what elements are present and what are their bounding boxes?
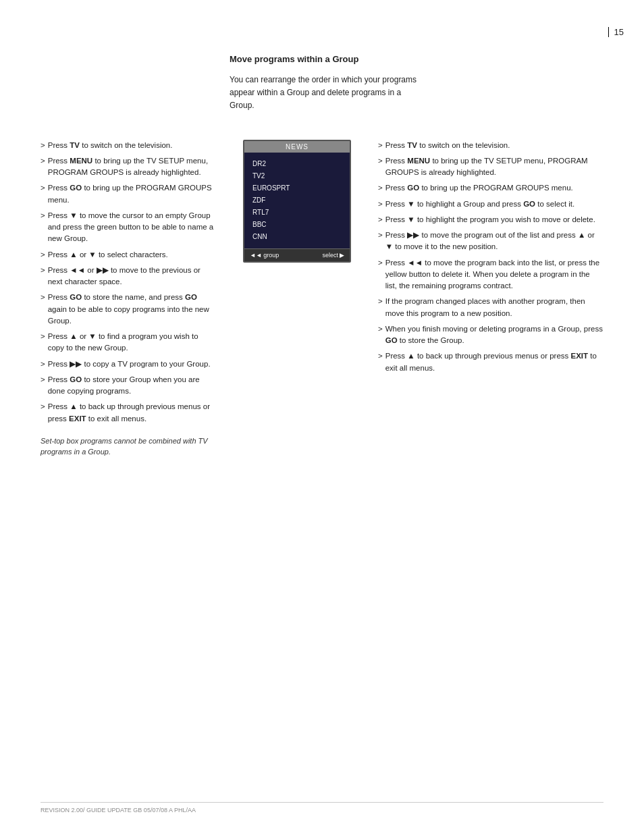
list-item: > Press GO to bring up the PROGRAM GROUP… — [378, 182, 603, 194]
center-column: NEWS DR2TV2EUROSPRTZDFRTL7BBCCNN ◄◄ grou… — [230, 140, 365, 458]
list-arrow: > — [378, 257, 383, 292]
list-arrow: > — [378, 140, 383, 151]
section-title: Move programs within a Group — [230, 54, 603, 64]
list-text: If the program changed places with anoth… — [385, 296, 603, 319]
list-item: > Press ▶▶ to copy a TV program to your … — [41, 358, 216, 370]
list-item: > When you finish moving or deleting pro… — [378, 323, 603, 347]
list-text: Press ◄◄ to move the program back into t… — [385, 257, 603, 292]
list-text: Press GO to store your Group when you ar… — [48, 374, 216, 398]
list-item: > Press ◄◄ or ▶▶ to move to the previous… — [41, 265, 216, 288]
list-text: Press MENU to bring up the TV SETUP menu… — [385, 155, 603, 179]
list-text: Press TV to switch on the television. — [385, 140, 603, 151]
group-button-label: ◄◄ group — [250, 252, 279, 259]
list-arrow: > — [378, 214, 383, 225]
left-instruction-list: > Press TV to switch on the television.>… — [41, 140, 216, 425]
footer-text: REVISION 2.00/ GUIDE UPDATE GB 05/07/08 … — [41, 807, 196, 813]
list-arrow: > — [41, 249, 45, 261]
list-arrow: > — [378, 323, 383, 347]
list-text: Press ▼ to move the cursor to an empty G… — [48, 210, 216, 245]
page-number: 15 — [608, 27, 624, 37]
left-note: Set-top box programs cannot be combined … — [41, 435, 216, 458]
list-arrow: > — [378, 155, 383, 179]
list-text: Press ▶▶ to copy a TV program to your Gr… — [48, 358, 216, 370]
list-text: Press MENU to bring up the TV SETUP menu… — [48, 155, 216, 179]
list-text: Press GO to bring up the PROGRAM GROUPS … — [385, 182, 603, 194]
channel-item: ZDF — [252, 194, 342, 207]
list-item: > Press ▲ or ▼ to find a program you wis… — [41, 331, 216, 354]
list-text: Press ▼ to highlight a Group and press G… — [385, 198, 603, 210]
list-text: Press ▶▶ to move the program out of the … — [385, 230, 603, 253]
list-item: > Press GO to store the name, and press … — [41, 292, 216, 327]
intro-text: You can rearrange the order in which you… — [230, 74, 419, 113]
channel-item: EUROSPRT — [252, 182, 342, 194]
channel-item: RTL7 — [252, 207, 342, 219]
tv-footer: ◄◄ group select ▶ — [244, 248, 350, 261]
list-text: Press ▲ or ▼ to find a program you wish … — [48, 331, 216, 354]
list-item: > Press GO to bring up the PROGRAM GROUP… — [41, 182, 216, 206]
footer-bar: REVISION 2.00/ GUIDE UPDATE GB 05/07/08 … — [41, 802, 603, 813]
list-item: > Press GO to store your Group when you … — [41, 374, 216, 398]
list-arrow: > — [41, 374, 45, 398]
list-text: Press ▲ or ▼ to select characters. — [48, 249, 216, 261]
list-item: > Press ▲ or ▼ to select characters. — [41, 249, 216, 261]
list-text: Press GO to store the name, and press GO… — [48, 292, 216, 327]
list-item: > Press ▼ to highlight a Group and press… — [378, 198, 603, 210]
channel-item: TV2 — [252, 170, 342, 182]
left-column: > Press TV to switch on the television.>… — [41, 140, 230, 458]
list-item: > Press ▼ to move the cursor to an empty… — [41, 210, 216, 245]
list-arrow: > — [41, 401, 45, 425]
list-item: > Press ▲ to back up through previous me… — [41, 401, 216, 425]
tv-channel-list: DR2TV2EUROSPRTZDFRTL7BBCCNN — [244, 153, 350, 248]
list-text: Press GO to bring up the PROGRAM GROUPS … — [48, 182, 216, 206]
right-column: > Press TV to switch on the television.>… — [365, 140, 603, 458]
list-arrow: > — [41, 331, 45, 354]
tv-screen: NEWS DR2TV2EUROSPRTZDFRTL7BBCCNN ◄◄ grou… — [243, 140, 351, 263]
list-arrow: > — [378, 350, 383, 374]
list-text: Press ▲ to back up through previous menu… — [48, 401, 216, 425]
channel-item: BBC — [252, 219, 342, 231]
list-arrow: > — [41, 155, 45, 179]
list-text: Press ▼ to highlight the program you wis… — [385, 214, 603, 225]
channel-item: DR2 — [252, 158, 342, 170]
list-arrow: > — [41, 140, 45, 151]
list-arrow: > — [378, 182, 383, 194]
list-arrow: > — [41, 210, 45, 245]
list-item: > Press ▼ to highlight the program you w… — [378, 214, 603, 225]
list-arrow: > — [378, 230, 383, 253]
list-item: > Press TV to switch on the television. — [41, 140, 216, 151]
right-instruction-list: > Press TV to switch on the television.>… — [378, 140, 603, 374]
list-arrow: > — [378, 198, 383, 210]
list-text: Press TV to switch on the television. — [48, 140, 216, 151]
list-arrow: > — [41, 292, 45, 327]
list-item: > Press ▶▶ to move the program out of th… — [378, 230, 603, 253]
list-arrow: > — [378, 296, 383, 319]
list-item: > Press ◄◄ to move the program back into… — [378, 257, 603, 292]
list-text: Press ◄◄ or ▶▶ to move to the previous o… — [48, 265, 216, 288]
list-item: > Press ▲ to back up through previous me… — [378, 350, 603, 374]
list-text: Press ▲ to back up through previous menu… — [385, 350, 603, 374]
main-layout: > Press TV to switch on the television.>… — [41, 140, 603, 458]
list-text: When you finish moving or deleting progr… — [385, 323, 603, 347]
select-button-label: select ▶ — [322, 252, 344, 259]
list-item: > Press MENU to bring up the TV SETUP me… — [41, 155, 216, 179]
list-arrow: > — [41, 182, 45, 206]
list-arrow: > — [41, 265, 45, 288]
tv-title-bar: NEWS — [244, 141, 350, 153]
list-item: > Press TV to switch on the television. — [378, 140, 603, 151]
list-arrow: > — [41, 358, 45, 370]
select-icon: ▶ — [340, 252, 344, 259]
channel-item: CNN — [252, 231, 342, 243]
list-item: > If the program changed places with ano… — [378, 296, 603, 319]
list-item: > Press MENU to bring up the TV SETUP me… — [378, 155, 603, 179]
